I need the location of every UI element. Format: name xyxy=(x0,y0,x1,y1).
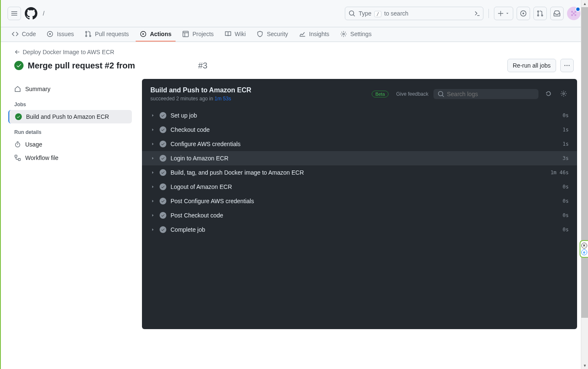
svg-point-1 xyxy=(522,13,524,14)
job-subtitle: succeeded 2 minutes ago in 1m 53s xyxy=(150,96,367,102)
step-name: Logout of Amazon ECR xyxy=(171,183,559,190)
chevron-right-icon xyxy=(150,199,155,204)
gear-icon xyxy=(340,31,347,37)
gear-icon xyxy=(560,90,567,97)
svg-rect-12 xyxy=(15,155,17,157)
sidebar-summary[interactable]: Summary xyxy=(9,82,132,96)
step-row[interactable]: Configure AWS credentials 1s xyxy=(142,137,577,151)
nav-code[interactable]: Code xyxy=(8,27,40,42)
extension-badges[interactable]: ✕ e xyxy=(580,240,588,258)
step-row[interactable]: Login to Amazon ECR 3s xyxy=(142,151,577,165)
back-to-workflow-link[interactable]: Deploy Docker Image to AWS ECR xyxy=(14,49,114,55)
svg-rect-6 xyxy=(183,31,189,37)
hamburger-menu-button[interactable] xyxy=(8,7,21,20)
job-title: Build and Push to Amazon ECR xyxy=(150,86,367,94)
step-row[interactable]: Post Configure AWS credentials 0s xyxy=(142,194,577,208)
sidebar-usage[interactable]: Usage xyxy=(9,138,132,151)
run-number: #3 xyxy=(198,61,207,71)
step-row[interactable]: Build, tag, and push Docker image to Ama… xyxy=(142,165,577,180)
step-duration: 1m 46s xyxy=(551,170,569,175)
sidebar-jobs-heading: Jobs xyxy=(9,96,132,110)
nav-projects[interactable]: Projects xyxy=(178,27,218,42)
status-success-icon xyxy=(15,113,22,120)
chevron-right-icon xyxy=(150,170,155,175)
pull-request-icon xyxy=(85,31,92,37)
step-name: Complete job xyxy=(171,226,559,233)
back-label: Deploy Docker Image to AWS ECR xyxy=(23,49,114,55)
shield-icon xyxy=(257,31,263,37)
nav-insights[interactable]: Insights xyxy=(295,27,333,42)
step-name: Checkout code xyxy=(171,126,559,133)
status-success-icon xyxy=(160,169,166,176)
kebab-icon xyxy=(564,62,570,69)
sidebar-job-build-push[interactable]: Build and Push to Amazon ECR xyxy=(8,110,132,123)
step-duration: 1s xyxy=(563,127,569,133)
sidebar: Summary Jobs Build and Push to Amazon EC… xyxy=(8,79,132,329)
step-name: Post Checkout code xyxy=(171,212,559,219)
workflow-icon xyxy=(14,154,21,161)
svg-point-10 xyxy=(569,65,570,66)
step-row[interactable]: Set up job 0s xyxy=(142,108,577,123)
repo-navigation: Code Issues Pull requests Actions Projec… xyxy=(1,27,587,42)
chevron-right-icon xyxy=(150,141,155,147)
step-name: Post Configure AWS credentials xyxy=(171,198,559,204)
svg-point-8 xyxy=(564,65,566,66)
step-name: Set up job xyxy=(171,112,559,119)
browser-scrollbar[interactable]: ▲ ▼ xyxy=(581,0,588,369)
nav-issues[interactable]: Issues xyxy=(42,27,78,42)
book-icon xyxy=(225,31,231,37)
beta-badge: Beta xyxy=(372,91,389,97)
home-icon xyxy=(14,86,21,92)
step-row[interactable]: Checkout code 1s xyxy=(142,123,577,137)
status-success-icon xyxy=(160,141,166,147)
step-row[interactable]: Complete job 0s xyxy=(142,222,577,237)
run-title: Merge pull request #2 from #3 xyxy=(14,61,503,71)
search-input[interactable]: Type / to search xyxy=(345,7,483,20)
log-search-input[interactable] xyxy=(433,89,538,99)
nav-actions[interactable]: Actions xyxy=(136,27,176,42)
nav-security[interactable]: Security xyxy=(252,27,292,42)
refresh-logs-button[interactable] xyxy=(543,89,554,100)
nav-pull-requests[interactable]: Pull requests xyxy=(81,27,133,42)
status-success-icon xyxy=(14,61,24,70)
search-icon xyxy=(438,91,444,97)
pull-requests-shortcut-button[interactable] xyxy=(533,7,547,20)
play-icon xyxy=(140,31,147,37)
run-kebab-menu[interactable] xyxy=(560,59,574,72)
notifications-button[interactable] xyxy=(550,7,564,20)
user-avatar[interactable] xyxy=(567,7,580,20)
svg-point-4 xyxy=(49,33,51,35)
search-icon xyxy=(349,10,355,17)
step-row[interactable]: Logout of Amazon ECR 0s xyxy=(142,180,577,194)
chevron-right-icon xyxy=(150,213,155,218)
create-new-button[interactable] xyxy=(494,7,513,20)
svg-rect-13 xyxy=(18,159,21,161)
nav-wiki[interactable]: Wiki xyxy=(220,27,250,42)
job-log-panel: Build and Push to Amazon ECR succeeded 2… xyxy=(142,79,577,329)
chevron-down-icon xyxy=(505,11,509,16)
github-logo[interactable] xyxy=(24,7,38,20)
issue-icon xyxy=(47,31,53,37)
rerun-all-jobs-button[interactable]: Re-run all jobs xyxy=(507,59,556,72)
step-duration: 0s xyxy=(563,113,569,118)
graph-icon xyxy=(299,31,306,37)
step-duration: 0s xyxy=(563,198,569,204)
status-success-icon xyxy=(160,126,166,133)
svg-point-9 xyxy=(567,65,568,66)
nav-settings[interactable]: Settings xyxy=(336,27,376,42)
svg-point-7 xyxy=(343,33,344,35)
step-duration: 1s xyxy=(563,141,569,147)
log-settings-button[interactable] xyxy=(559,89,569,100)
hamburger-icon xyxy=(11,10,18,17)
global-header: / Type / to search xyxy=(1,0,587,27)
step-name: Login to Amazon ECR xyxy=(171,155,559,162)
sidebar-workflow-file[interactable]: Workflow file xyxy=(9,151,132,165)
status-success-icon xyxy=(160,155,166,162)
command-palette-icon xyxy=(473,10,480,17)
step-row[interactable]: Post Checkout code 0s xyxy=(142,208,577,222)
status-success-icon xyxy=(160,112,166,119)
arrow-left-icon xyxy=(14,49,20,55)
give-feedback-link[interactable]: Give feedback xyxy=(396,91,428,97)
status-success-icon xyxy=(160,226,166,233)
issues-shortcut-button[interactable] xyxy=(517,7,530,20)
